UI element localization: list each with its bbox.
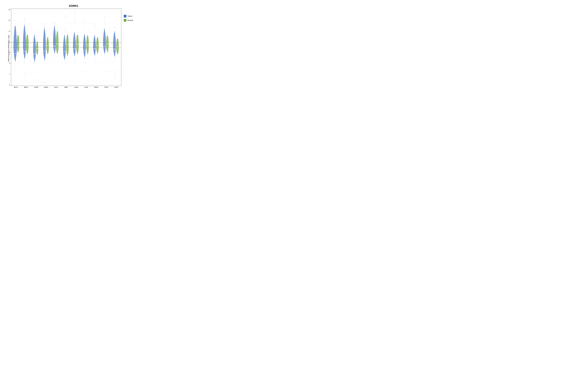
svg-point-96 — [84, 21, 85, 22]
svg-point-107 — [87, 57, 87, 58]
svg-point-97 — [85, 23, 86, 23]
svg-point-112 — [95, 30, 95, 31]
svg-point-86 — [74, 23, 75, 23]
svg-point-120 — [104, 17, 105, 17]
y-tick-8: 8 — [7, 63, 10, 64]
svg-point-142 — [117, 57, 118, 58]
svg-point-56 — [47, 36, 48, 37]
chart-legend: Tumor Normal — [122, 9, 141, 88]
svg-point-118 — [97, 55, 98, 55]
violin-hnsc-tumor — [43, 24, 46, 83]
svg-point-11 — [14, 20, 15, 21]
violin-coad-tumor — [33, 31, 36, 80]
svg-point-123 — [104, 23, 105, 23]
svg-point-19 — [18, 33, 18, 33]
y-tick-6: 6 — [7, 84, 10, 86]
violin-brca-normal — [26, 31, 28, 58]
svg-point-49 — [44, 24, 45, 24]
x-label-ucec: UCEC — [111, 86, 121, 88]
svg-point-22 — [18, 55, 19, 55]
y-tick-9: 9 — [7, 52, 10, 53]
svg-point-35 — [27, 33, 27, 33]
legend-normal: Normal — [124, 19, 141, 22]
svg-point-101 — [85, 60, 86, 61]
svg-point-60 — [55, 24, 55, 24]
svg-point-110 — [95, 25, 95, 26]
violin-luad-tumor — [73, 11, 76, 64]
svg-point-13 — [14, 25, 15, 25]
svg-point-61 — [54, 55, 55, 55]
legend-tumor: Tumor — [124, 15, 141, 17]
svg-point-83 — [74, 16, 75, 16]
x-label-hnsc: HNSC — [41, 86, 51, 88]
svg-point-65 — [57, 30, 57, 31]
violin-kirc-normal — [66, 31, 69, 58]
x-label-luad: LUAD — [71, 86, 81, 88]
violin-ucec-normal — [116, 37, 119, 70]
svg-point-122 — [104, 20, 105, 21]
svg-point-125 — [104, 55, 105, 55]
svg-point-117 — [97, 35, 98, 36]
chart-container: SGMS1 mRNA Expression (RNASeq V2, log2) … — [6, 3, 141, 89]
svg-point-138 — [114, 78, 115, 79]
svg-point-14 — [15, 29, 15, 30]
svg-point-98 — [84, 25, 85, 25]
svg-point-64 — [57, 29, 58, 30]
svg-point-75 — [65, 63, 65, 63]
svg-point-53 — [44, 82, 45, 83]
svg-point-28 — [24, 61, 25, 62]
violin-thca-normal — [106, 32, 109, 54]
y-tick-10: 10 — [7, 41, 10, 43]
svg-point-135 — [114, 58, 115, 58]
x-label-thca: THCA — [101, 86, 111, 88]
svg-point-27 — [24, 23, 25, 24]
svg-point-26 — [24, 22, 24, 22]
plot-region: 13 12 11 10 9 8 7 6 — [11, 9, 121, 86]
svg-point-87 — [74, 26, 75, 26]
violin-chart-svg — [11, 9, 121, 86]
svg-point-131 — [107, 54, 108, 54]
svg-point-52 — [45, 64, 45, 64]
violin-prad-tumor — [93, 24, 96, 61]
svg-point-70 — [65, 31, 65, 32]
svg-point-93 — [78, 33, 78, 33]
violin-coad-normal — [36, 39, 38, 58]
svg-point-90 — [74, 61, 75, 62]
violin-blca-normal — [17, 33, 19, 55]
svg-point-94 — [78, 56, 78, 56]
svg-point-39 — [34, 31, 35, 32]
svg-point-88 — [74, 57, 75, 58]
y-tick-labels: 13 12 11 10 9 8 7 6 — [7, 9, 10, 86]
x-axis-labels: BLCA BRCA COAD HNSC KICH KIRC LUAD LUSC … — [11, 86, 121, 88]
svg-point-140 — [117, 37, 118, 37]
svg-point-37 — [27, 57, 27, 58]
svg-point-43 — [34, 79, 35, 79]
violin-kich-tumor — [53, 22, 56, 57]
svg-point-124 — [105, 25, 105, 25]
svg-point-32 — [25, 76, 25, 77]
plot-and-x: 13 12 11 10 9 8 7 6 — [11, 9, 122, 88]
y-tick-7: 7 — [7, 73, 10, 75]
violin-lusc-normal — [86, 33, 89, 58]
svg-point-59 — [54, 22, 55, 23]
svg-point-17 — [14, 70, 15, 70]
svg-point-73 — [65, 17, 65, 18]
chart-title: SGMS1 — [6, 3, 141, 8]
x-label-blca: BLCA — [11, 86, 21, 88]
svg-point-72 — [64, 16, 65, 16]
svg-point-103 — [84, 70, 85, 71]
svg-point-82 — [75, 14, 76, 14]
violin-luad-normal — [76, 33, 79, 56]
y-tick-11: 11 — [7, 30, 10, 32]
svg-point-127 — [104, 72, 105, 72]
svg-point-12 — [15, 23, 16, 24]
svg-point-20 — [17, 34, 18, 34]
y-tick-13: 13 — [7, 9, 10, 10]
svg-point-71 — [64, 32, 65, 33]
svg-point-130 — [107, 32, 107, 32]
x-label-coad: COAD — [31, 86, 41, 88]
svg-point-57 — [48, 55, 48, 55]
svg-point-69 — [64, 29, 65, 30]
svg-point-78 — [67, 31, 67, 31]
svg-point-100 — [84, 58, 85, 59]
